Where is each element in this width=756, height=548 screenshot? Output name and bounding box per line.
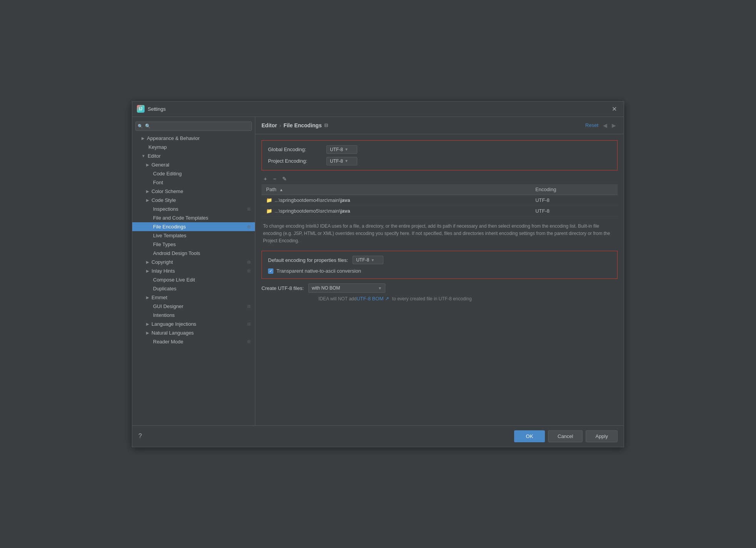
dialog-footer: ? OK Cancel Apply bbox=[132, 425, 624, 447]
ok-button[interactable]: OK bbox=[514, 430, 545, 442]
sidebar-item-code-editing[interactable]: Code Editing bbox=[132, 169, 255, 178]
sidebar-item-editor[interactable]: ▼Editor bbox=[132, 152, 255, 160]
help-button[interactable]: ? bbox=[138, 430, 142, 442]
apply-button[interactable]: Apply bbox=[586, 430, 618, 442]
sort-icon: ▲ bbox=[279, 188, 283, 192]
sidebar-item-label: File Types bbox=[153, 242, 176, 247]
sidebar-item-emmet[interactable]: ▶Emmet bbox=[132, 293, 255, 302]
sidebar-item-reader-mode[interactable]: Reader Mode⊟ bbox=[132, 337, 255, 346]
back-button[interactable]: ◀ bbox=[601, 122, 609, 129]
nav-arrow-icon: ▶ bbox=[146, 322, 149, 326]
global-encoding-value: UTF-8 bbox=[330, 147, 343, 152]
close-button[interactable]: ✕ bbox=[609, 105, 619, 113]
project-encoding-select[interactable]: UTF-8 ▼ bbox=[326, 157, 357, 165]
title-bar: IJ Settings ✕ bbox=[132, 102, 624, 117]
content-header: Editor › File Encodings ⊟ Reset ◀ ▶ bbox=[255, 117, 624, 134]
table-cell-path: 📁...\springbootdemo5\src\main\java bbox=[261, 205, 531, 216]
sidebar-item-appearance[interactable]: ▶Appearance & Behavior bbox=[132, 134, 255, 143]
bom-note-prefix: IDEA will NOT add bbox=[318, 296, 356, 301]
search-input[interactable] bbox=[135, 122, 252, 131]
props-encoding-value: UTF-8 bbox=[356, 257, 369, 263]
forward-button[interactable]: ▶ bbox=[610, 122, 618, 129]
sidebar-item-live-templates[interactable]: Live Templates bbox=[132, 231, 255, 240]
sidebar-item-file-encodings[interactable]: File Encodings⊟ bbox=[132, 222, 255, 231]
properties-box: Default encoding for properties files: U… bbox=[261, 251, 618, 279]
search-box: 🔍 bbox=[135, 122, 252, 131]
sidebar-item-icon: ⊟ bbox=[247, 322, 250, 326]
sidebar-item-copyright[interactable]: ▶Copyright⊟ bbox=[132, 258, 255, 267]
sidebar-item-label: Copyright bbox=[152, 259, 173, 265]
sidebar-item-code-style[interactable]: ▶Code Style bbox=[132, 196, 255, 205]
path-bold: java bbox=[340, 197, 350, 203]
sidebar-item-general[interactable]: ▶General bbox=[132, 160, 255, 169]
nav-arrow-icon: ▼ bbox=[142, 154, 145, 158]
utf8-dropdown-arrow: ▼ bbox=[378, 286, 382, 290]
checkbox-row: ✓ Transparent native-to-ascii conversion bbox=[268, 268, 611, 274]
sidebar-item-android-design-tools[interactable]: Android Design Tools bbox=[132, 249, 255, 258]
search-icon: 🔍 bbox=[138, 123, 143, 128]
sidebar-item-gui-designer[interactable]: GUI Designer⊟ bbox=[132, 302, 255, 311]
bom-note-suffix: to every created file in UTF-8 encoding bbox=[392, 296, 472, 301]
title-bar-left: IJ Settings bbox=[137, 105, 166, 113]
sidebar-item-label: Live Templates bbox=[153, 233, 186, 238]
breadcrumb-separator: › bbox=[279, 122, 281, 128]
nav-arrow-icon: ▶ bbox=[142, 136, 145, 140]
nav-arrows: ◀ ▶ bbox=[601, 122, 618, 129]
native-ascii-label: Transparent native-to-ascii conversion bbox=[276, 268, 361, 274]
project-encoding-row: Project Encoding: UTF-8 ▼ bbox=[268, 157, 611, 165]
sidebar-item-label: Duplicates bbox=[153, 286, 177, 291]
nav-arrow-icon: ▶ bbox=[146, 331, 149, 335]
table-cell-encoding: UTF-8 bbox=[531, 205, 618, 216]
encoding-table-body: 📁...\springbootdemo4\src\main\javaUTF-8📁… bbox=[261, 195, 618, 216]
sidebar-item-label: Android Design Tools bbox=[153, 250, 200, 256]
sidebar-item-file-types[interactable]: File Types bbox=[132, 240, 255, 249]
reset-button[interactable]: Reset bbox=[585, 122, 598, 128]
table-header-row: Path ▲ Encoding bbox=[261, 184, 618, 195]
nav-arrow-icon: ▶ bbox=[146, 269, 149, 273]
props-encoding-select[interactable]: UTF-8 ▼ bbox=[353, 256, 383, 264]
edit-path-button[interactable]: ✎ bbox=[280, 175, 289, 183]
utf8-select[interactable]: with NO BOM ▼ bbox=[308, 283, 385, 293]
sidebar-item-label: Keymap bbox=[148, 144, 167, 150]
sidebar-item-icon: ⊟ bbox=[247, 260, 250, 264]
native-ascii-checkbox[interactable]: ✓ bbox=[268, 268, 273, 274]
breadcrumb-icon: ⊟ bbox=[324, 123, 328, 128]
sidebar: 🔍 ▶Appearance & BehaviorKeymap▼Editor▶Ge… bbox=[132, 117, 255, 425]
sidebar-item-font[interactable]: Font bbox=[132, 178, 255, 187]
sidebar-item-label: Compose Live Edit bbox=[153, 277, 195, 283]
app-icon: IJ bbox=[137, 105, 145, 113]
sidebar-item-icon: ⊟ bbox=[247, 207, 250, 211]
table-row: 📁...\springbootdemo5\src\main\javaUTF-8 bbox=[261, 205, 618, 216]
sidebar-item-duplicates[interactable]: Duplicates bbox=[132, 284, 255, 293]
global-encoding-select[interactable]: UTF-8 ▼ bbox=[326, 145, 357, 154]
sidebar-item-inlay-hints[interactable]: ▶Inlay Hints⊟ bbox=[132, 267, 255, 275]
sidebar-item-label: Emmet bbox=[152, 295, 167, 300]
sidebar-item-keymap[interactable]: Keymap bbox=[132, 143, 255, 152]
sidebar-item-natural-languages[interactable]: ▶Natural Languages bbox=[132, 328, 255, 337]
sidebar-item-color-scheme[interactable]: ▶Color Scheme bbox=[132, 187, 255, 196]
sidebar-item-inspections[interactable]: Inspections⊟ bbox=[132, 205, 255, 213]
cancel-button[interactable]: Cancel bbox=[548, 430, 583, 442]
bom-link[interactable]: UTF-8 BOM ↗ bbox=[356, 296, 389, 301]
header-right: Reset ◀ ▶ bbox=[585, 122, 618, 129]
sidebar-item-label: Reader Mode bbox=[153, 339, 183, 345]
folder-icon: 📁 bbox=[266, 208, 272, 214]
project-encoding-value: UTF-8 bbox=[330, 158, 343, 164]
col-path-header: Path ▲ bbox=[261, 184, 531, 195]
nav-arrow-icon: ▶ bbox=[146, 189, 149, 193]
remove-path-button[interactable]: − bbox=[271, 175, 278, 183]
breadcrumb-editor: Editor bbox=[261, 122, 277, 128]
encoding-table: Path ▲ Encoding 📁...\springbootdemo4\src… bbox=[261, 184, 618, 217]
sidebar-item-intentions[interactable]: Intentions bbox=[132, 311, 255, 320]
sidebar-item-label: Appearance & Behavior bbox=[147, 135, 200, 141]
utf8-row: Create UTF-8 files: with NO BOM ▼ bbox=[261, 283, 618, 293]
path-bold: java bbox=[340, 208, 350, 214]
sidebar-item-icon: ⊟ bbox=[247, 269, 250, 273]
sidebar-item-language-injections[interactable]: ▶Language Injections⊟ bbox=[132, 320, 255, 328]
dialog-title: Settings bbox=[148, 106, 166, 112]
sidebar-item-compose-live-edit[interactable]: Compose Live Edit bbox=[132, 275, 255, 284]
sidebar-item-file-code-templates[interactable]: File and Code Templates bbox=[132, 213, 255, 222]
sidebar-item-label: Intentions bbox=[153, 312, 175, 318]
add-path-button[interactable]: + bbox=[261, 175, 269, 183]
sidebar-item-label: Language Injections bbox=[152, 321, 196, 327]
